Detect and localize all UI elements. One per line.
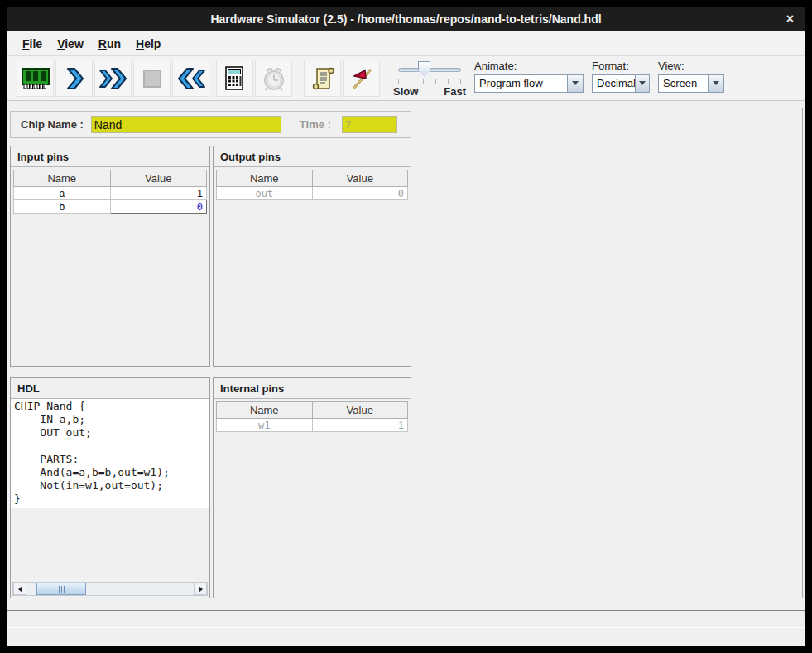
run-icon xyxy=(98,65,129,92)
output-pins-table: Name Value out 0 xyxy=(216,170,408,200)
chevron-down-icon[interactable] xyxy=(567,75,583,92)
table-row: w1 1 xyxy=(217,419,408,432)
script-icon xyxy=(310,65,335,92)
clock-button[interactable] xyxy=(255,60,292,97)
reset-icon xyxy=(175,65,207,92)
menu-help[interactable]: Help xyxy=(128,35,168,53)
flag-icon xyxy=(348,65,375,92)
table-row: b 0 xyxy=(14,200,207,214)
scroll-right-icon[interactable] xyxy=(194,583,207,595)
column-header-name: Name xyxy=(217,402,313,419)
status-bar xyxy=(7,610,805,628)
speed-slider-ticks xyxy=(398,79,461,84)
scrollbar-track[interactable] xyxy=(26,583,194,595)
hdl-code: CHIP Nand { IN a,b; OUT out; PARTS: And(… xyxy=(11,399,209,508)
clock-icon xyxy=(261,65,287,92)
view-label: View: xyxy=(658,60,724,72)
scroll-left-icon[interactable] xyxy=(13,583,26,595)
input-pins-title: Input pins xyxy=(11,146,209,167)
speed-slider[interactable]: Slow Fast xyxy=(393,60,466,98)
titlebar: Hardware Simulator (2.5) - /home/thomas/… xyxy=(7,7,805,31)
slider-fast-label: Fast xyxy=(444,85,466,98)
time-display: 7 xyxy=(342,116,397,133)
format-group: Format: Decimal xyxy=(592,60,650,98)
animate-label: Animate: xyxy=(474,60,584,72)
run-button[interactable] xyxy=(94,60,132,97)
hdl-panel: HDL CHIP Nand { IN a,b; OUT out; PARTS: … xyxy=(10,377,210,598)
view-hdl-button[interactable] xyxy=(304,60,341,97)
input-pins-table: Name Value a 1 b 0 xyxy=(13,170,207,214)
column-header-value: Value xyxy=(312,402,408,419)
internal-pins-title: Internal pins xyxy=(214,378,411,399)
single-step-button[interactable] xyxy=(55,60,93,97)
column-header-value: Value xyxy=(110,170,207,187)
pin-value: 0 xyxy=(312,187,408,200)
chip-name-bar: Chip Name : Nand Time : 7 xyxy=(10,111,411,138)
format-value: Decimal xyxy=(593,75,635,92)
load-chip-button[interactable] xyxy=(17,60,54,97)
hardware-simulator-window: Hardware Simulator (2.5) - /home/thomas/… xyxy=(7,7,805,646)
evaluate-button[interactable] xyxy=(216,60,253,97)
scrollbar-thumb[interactable] xyxy=(36,583,86,595)
pin-name: w1 xyxy=(217,419,313,432)
text-caret xyxy=(123,118,123,131)
main-content: Chip Name : Nand Time : 7 Input pins Nam… xyxy=(7,101,805,608)
slider-slow-label: Slow xyxy=(393,85,418,98)
chevron-down-icon[interactable] xyxy=(708,75,723,92)
menu-view[interactable]: View xyxy=(50,35,91,53)
menu-run[interactable]: Run xyxy=(91,35,128,53)
chip-name-label: Chip Name : xyxy=(21,118,84,131)
format-dropdown[interactable]: Decimal xyxy=(592,74,650,93)
chip-name-input[interactable]: Nand xyxy=(91,116,281,133)
time-label: Time : xyxy=(300,118,331,131)
view-group: View: Screen xyxy=(658,60,724,98)
pin-value: 1 xyxy=(312,419,408,432)
single-step-icon xyxy=(62,65,87,92)
reset-button[interactable] xyxy=(172,60,209,97)
input-pins-panel: Input pins Name Value a 1 b 0 xyxy=(10,146,210,367)
table-row: a 1 xyxy=(14,187,207,200)
pin-value[interactable]: 1 xyxy=(110,187,207,200)
hdl-title: HDL xyxy=(11,378,209,399)
close-button[interactable]: × xyxy=(786,10,794,28)
format-label: Format: xyxy=(592,60,650,72)
hdl-horizontal-scrollbar[interactable] xyxy=(12,582,208,596)
toolbar: Slow Fast Animate: Program flow Format: … xyxy=(7,56,805,101)
column-header-value: Value xyxy=(312,170,408,187)
chevron-down-icon[interactable] xyxy=(635,75,649,92)
animate-value: Program flow xyxy=(475,75,547,92)
view-dropdown[interactable]: Screen xyxy=(658,74,724,93)
pin-name: b xyxy=(14,200,111,214)
footer-strip xyxy=(7,630,805,646)
table-row: out 0 xyxy=(217,187,408,200)
animate-dropdown[interactable]: Program flow xyxy=(474,74,584,93)
pin-name: out xyxy=(217,187,313,200)
output-pins-title: Output pins xyxy=(214,146,411,167)
output-pins-panel: Output pins Name Value out 0 xyxy=(213,146,411,367)
window-title: Hardware Simulator (2.5) - /home/thomas/… xyxy=(210,12,601,26)
chip-name-value: Nand xyxy=(94,118,122,132)
internal-pins-panel: Internal pins Name Value w1 1 xyxy=(213,377,411,598)
breakpoints-button[interactable] xyxy=(343,60,380,97)
pin-value-editing[interactable]: 0 xyxy=(110,200,207,214)
stop-icon xyxy=(142,69,162,89)
time-value: 7 xyxy=(345,118,352,131)
menu-bar: File View Run Help xyxy=(7,31,805,56)
window-frame: Hardware Simulator (2.5) - /home/thomas/… xyxy=(0,0,812,653)
calculator-icon xyxy=(224,65,246,92)
chip-canvas xyxy=(416,108,803,598)
menu-file[interactable]: File xyxy=(15,35,50,53)
animate-group: Animate: Program flow xyxy=(474,60,584,98)
speed-slider-thumb[interactable] xyxy=(418,61,430,77)
pin-name: a xyxy=(14,187,111,200)
column-header-name: Name xyxy=(217,170,313,187)
internal-pins-table: Name Value w1 1 xyxy=(216,401,408,432)
column-header-name: Name xyxy=(14,170,111,187)
stop-button[interactable] xyxy=(133,60,171,97)
memory-chip-icon xyxy=(20,66,51,91)
view-value: Screen xyxy=(659,75,701,92)
